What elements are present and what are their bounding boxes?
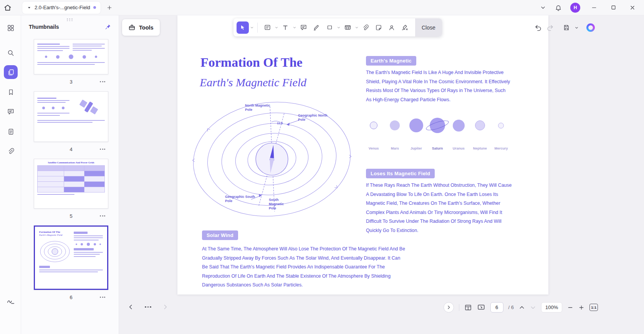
- measure-tool-button[interactable]: [341, 21, 354, 34]
- panel-title: Thumbnails: [29, 24, 59, 30]
- thumbnail-page-6-selected[interactable]: Formation Of The Earth's Magnetic Field: [34, 225, 108, 290]
- comments-button[interactable]: [4, 105, 18, 118]
- document-tab[interactable]: 2.0-Earth's-...gnetic-Field: [22, 2, 101, 14]
- add-text-tool-button[interactable]: [279, 21, 291, 34]
- more-pages-button[interactable]: [145, 306, 151, 308]
- planet-circle: [390, 120, 400, 130]
- shape-tool-button[interactable]: [323, 21, 336, 34]
- document-info-button[interactable]: [4, 125, 18, 138]
- ai-assistant-button[interactable]: [586, 23, 595, 32]
- window-close-button[interactable]: [624, 0, 641, 15]
- top-right-actions: [535, 23, 595, 32]
- current-page-input[interactable]: 6: [490, 302, 503, 313]
- thumbnails-panel-button[interactable]: [4, 65, 18, 79]
- thumbnail-item-page-4: 4: [34, 91, 108, 156]
- thumbnail-menu-button[interactable]: [98, 147, 107, 151]
- save-options-dropdown[interactable]: [574, 26, 579, 30]
- undo-button[interactable]: [535, 24, 542, 31]
- zoom-out-button[interactable]: [567, 304, 573, 311]
- bookmarks-button[interactable]: [4, 85, 18, 99]
- divider: [459, 304, 459, 311]
- section-badge-earths-magnetic[interactable]: Earth's Magnetic: [366, 56, 416, 66]
- new-tab-button[interactable]: [104, 2, 115, 13]
- home-button[interactable]: [0, 0, 15, 15]
- document-title-line2[interactable]: Earth's Magnetic Field: [200, 76, 306, 89]
- page-down-button[interactable]: [530, 304, 536, 311]
- sign-tool-button[interactable]: [399, 21, 411, 34]
- chevron-left-icon: [127, 304, 134, 310]
- chevron-down-icon: [275, 26, 278, 30]
- pin-button[interactable]: [105, 24, 111, 30]
- tabs-menu-button[interactable]: [536, 1, 550, 14]
- thumbnail-item-page-5: Satellite Communications And Power Grids…: [34, 159, 108, 223]
- shape-dropdown[interactable]: [336, 21, 341, 34]
- zoom-level[interactable]: 100%: [541, 302, 562, 313]
- thumbnail-page-3[interactable]: [34, 39, 108, 74]
- planet-mercury: Mercury: [492, 114, 511, 150]
- thumbnail-item-page-6: Formation Of The Earth's Magnetic Field: [34, 225, 108, 304]
- tools-button[interactable]: Tools: [122, 19, 160, 36]
- thumbnail-page-4[interactable]: [34, 91, 108, 142]
- section-badge-solar-wind[interactable]: Solar Wind: [202, 230, 238, 240]
- edit-text-dropdown[interactable]: [274, 21, 279, 34]
- actual-size-button[interactable]: 1:1: [589, 304, 598, 311]
- notifications-button[interactable]: [552, 1, 565, 14]
- next-page-button[interactable]: [162, 304, 169, 310]
- label-geographic-north-pole: Geographic North Pole: [298, 114, 328, 122]
- attachments-button[interactable]: [4, 144, 18, 158]
- document-page[interactable]: Formation Of The Earth's Magnetic Field: [177, 15, 548, 295]
- tab-title: 2.0-Earth's-...gnetic-Field: [35, 5, 90, 10]
- bookmark-icon: [7, 89, 15, 96]
- plus-icon: [578, 304, 584, 311]
- zoom-in-button[interactable]: [578, 304, 584, 311]
- sticker-tool-button[interactable]: [372, 21, 385, 34]
- select-tool-dropdown[interactable]: [249, 21, 254, 34]
- thumbnail-menu-button[interactable]: [98, 214, 107, 218]
- expand-panel-button[interactable]: [444, 302, 454, 313]
- thumbnail-page-number: 5: [34, 213, 108, 219]
- dashboard-button[interactable]: [4, 21, 18, 35]
- square-shape-icon: [326, 24, 333, 31]
- window-minimize-button[interactable]: [586, 0, 603, 15]
- signature-tool-button[interactable]: [4, 294, 18, 308]
- comment-tool-button[interactable]: [297, 21, 310, 34]
- presentation-mode-button[interactable]: [477, 303, 485, 312]
- mini-title-line1: Formation Of The: [39, 230, 71, 234]
- thumbnail-menu-button[interactable]: [98, 80, 107, 84]
- document-title-line1[interactable]: Formation Of The: [200, 55, 303, 70]
- previous-page-button[interactable]: [127, 304, 134, 310]
- comment-bubble-icon: [300, 24, 307, 31]
- panel-drag-handle[interactable]: [67, 18, 73, 21]
- thumbnail-page-5[interactable]: Satellite Communications And Power Grids: [34, 159, 108, 209]
- window-maximize-button[interactable]: [605, 0, 622, 15]
- minimize-icon: [591, 5, 597, 11]
- avatar[interactable]: H: [570, 3, 580, 13]
- total-pages-label: / 6: [508, 304, 514, 310]
- save-button[interactable]: [563, 24, 570, 31]
- stamp-tool-button[interactable]: [386, 21, 398, 34]
- add-text-dropdown[interactable]: [292, 21, 297, 34]
- label-axis-angle: 11.5: [277, 121, 283, 125]
- planet-size-comparison[interactable]: Venus Mars Jupiter Saturn Uranus: [364, 114, 511, 150]
- close-toolbar-button[interactable]: Close: [415, 18, 442, 36]
- label-geographic-south-pole: Geographic South Pole: [225, 195, 256, 203]
- edit-text-tool-button[interactable]: [261, 21, 273, 34]
- page-layout-button[interactable]: [464, 304, 472, 311]
- redo-button[interactable]: [546, 24, 554, 31]
- chevron-down-icon: [530, 304, 536, 311]
- magnetic-field-diagram[interactable]: North Magnetic Pole Geographic North Pol…: [187, 99, 365, 219]
- highlighter-tool-button[interactable]: [310, 21, 323, 34]
- paragraph-loses-field[interactable]: If These Rays Reach The Earth Without Ob…: [366, 181, 512, 235]
- planet-jupiter: Jupiter: [407, 114, 426, 150]
- page-up-button[interactable]: [519, 304, 525, 311]
- search-button[interactable]: [4, 46, 18, 60]
- paragraph-earths-magnetic[interactable]: The Earth's Magnetic Field Is Like A Hug…: [366, 68, 512, 104]
- thumbnail-menu-button[interactable]: [98, 295, 107, 299]
- chevron-down-icon: [293, 26, 296, 30]
- select-tool-button[interactable]: [237, 21, 249, 34]
- planet-circle: [498, 123, 504, 128]
- section-badge-loses-field[interactable]: Loses Its Magnetic Field: [366, 169, 435, 178]
- measure-dropdown[interactable]: [354, 21, 359, 34]
- paragraph-solar-wind[interactable]: At The Same Time, The Atmosphere Will Al…: [202, 245, 406, 290]
- attach-file-tool-button[interactable]: [359, 21, 372, 34]
